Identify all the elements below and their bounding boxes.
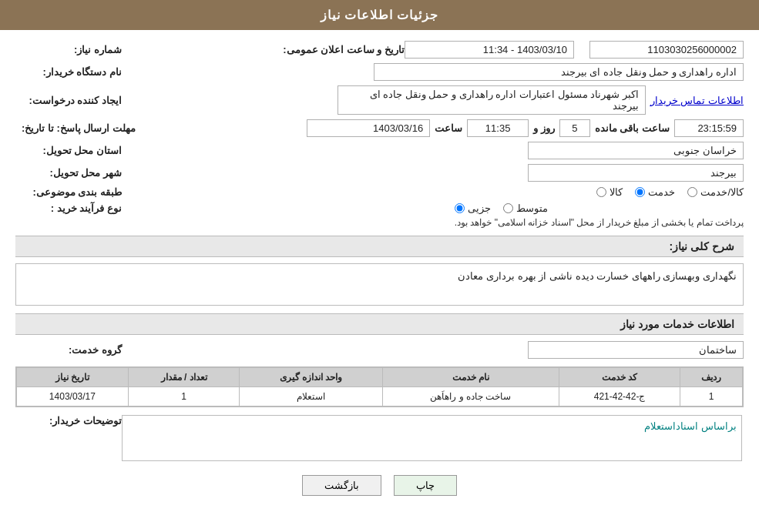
col-unit: واحد اندازه گیری — [240, 368, 382, 387]
buyer-org-row: اداره راهداری و حمل ونقل جاده ای بیرجند … — [15, 63, 744, 81]
category-option-3[interactable]: کالا/خدمت — [687, 186, 744, 198]
category-option-1[interactable]: کالا — [596, 186, 623, 198]
row-unit: استعلام — [240, 387, 382, 407]
need-number-label: شماره نیاز: — [22, 44, 122, 55]
row-num: 1 — [680, 387, 743, 407]
col-name: نام خدمت — [382, 368, 559, 387]
purchase-type-note: پرداخت تمام یا بخشی از مبلغ خریدار از مح… — [455, 217, 744, 228]
deadline-row: 23:15:59 ساعت باقی مانده 5 روز و 11:35 س… — [15, 119, 744, 137]
col-row: ردیف — [680, 368, 743, 387]
response-date: 1403/03/16 — [307, 119, 430, 137]
category-radio-group: کالا/خدمت خدمت کالا — [596, 186, 744, 198]
province-value: خراسان جنوبی — [528, 142, 744, 159]
col-code: کد خدمت — [559, 368, 680, 387]
purchase-type-label-1: جزیی — [468, 202, 491, 214]
page-header: جزئیات اطلاعات نیاز — [0, 0, 759, 30]
service-group-label: گروه خدمت: — [22, 344, 122, 356]
requester-value: اکبر شهرناد مسئول اعتبارات اداره راهداری… — [338, 85, 646, 115]
row-code: ج-42-42-421 — [559, 387, 680, 407]
requester-row: اطلاعات تماس خریدار اکبر شهرناد مسئول اع… — [15, 85, 744, 115]
purchase-type-label: نوع فرآیند خرید : — [22, 202, 122, 214]
buyer-org-value: اداره راهداری و حمل ونقل جاده ای بیرجند — [374, 63, 744, 81]
category-label: طبقه بندی موضوعی: — [22, 186, 122, 198]
services-table-wrapper: ردیف کد خدمت نام خدمت واحد اندازه گیری ت… — [15, 366, 744, 407]
category-radio-3[interactable] — [687, 187, 697, 197]
category-radio-2[interactable] — [635, 187, 645, 197]
services-section-title: اطلاعات خدمات مورد نیاز — [15, 313, 744, 335]
purchase-type-row: متوسط جزیی پرداخت تمام یا بخشی از مبلغ خ… — [15, 202, 744, 228]
category-row: کالا/خدمت خدمت کالا طبقه بندی موضوعی: — [15, 186, 744, 198]
province-row: خراسان جنوبی استان محل تحویل: — [15, 142, 744, 159]
category-label-3: کالا/خدمت — [700, 186, 744, 198]
row-qty: 1 — [128, 387, 240, 407]
time-label: ساعت — [435, 122, 462, 134]
province-label: استان محل تحویل: — [22, 145, 122, 156]
need-number-row: 1103030256000002 1403/03/10 - 11:34 تاری… — [15, 41, 744, 59]
category-label-1: کالا — [610, 186, 623, 198]
buyer-desc-label: توضیحات خریدار: — [22, 415, 122, 427]
remaining-label: ساعت باقی مانده — [595, 122, 670, 134]
need-description-section: شرح کلی نیاز: — [15, 236, 744, 257]
category-label-2: خدمت — [648, 186, 675, 198]
footer-buttons: چاپ بازگشت — [15, 475, 744, 496]
need-number-value: 1103030256000002 — [589, 41, 744, 59]
city-label: شهر محل تحویل: — [22, 167, 122, 179]
response-deadline-label: مهلت ارسال پاسخ: تا تاریخ: — [22, 122, 136, 134]
services-table: ردیف کد خدمت نام خدمت واحد اندازه گیری ت… — [16, 367, 743, 407]
remaining-time: 23:15:59 — [674, 119, 744, 137]
row-name: ساخت جاده و راهاَهن — [382, 387, 559, 407]
requester-label: ایجاد کننده درخواست: — [22, 95, 122, 106]
back-button[interactable]: بازگشت — [302, 475, 381, 496]
category-option-2[interactable]: خدمت — [635, 186, 675, 198]
col-qty: تعداد / مقدار — [128, 368, 240, 387]
time-value: 11:35 — [467, 119, 529, 137]
days-value: 5 — [559, 119, 590, 137]
purchase-type-radio-2[interactable] — [503, 203, 513, 213]
purchase-type-radio-1[interactable] — [455, 203, 465, 213]
service-group-row: ساختمان گروه خدمت: — [15, 341, 744, 359]
service-group-value: ساختمان — [528, 341, 744, 359]
need-description-value: نگهداری وبهسازی راههای خسارت دیده ناشی ا… — [15, 263, 744, 306]
purchase-type-option-1[interactable]: جزیی — [455, 202, 491, 214]
col-date: تاریخ نیاز — [17, 368, 129, 387]
city-value: بیرجند — [528, 164, 744, 182]
category-radio-1[interactable] — [596, 187, 606, 197]
contact-link[interactable]: اطلاعات تماس خریدار — [650, 95, 744, 106]
purchase-type-label-2: متوسط — [516, 202, 548, 214]
table-row: 1 ج-42-42-421 ساخت جاده و راهاَهن استعلا… — [17, 387, 743, 407]
print-button[interactable]: چاپ — [394, 475, 457, 496]
buyer-org-label: نام دستگاه خریدار: — [22, 66, 122, 78]
date-label: تاریخ و ساعت اعلان عمومی: — [274, 44, 405, 55]
row-date: 1403/03/17 — [17, 387, 129, 407]
buyer-desc-row: براساس اسناداستعلام توضیحات خریدار: — [15, 415, 744, 461]
date-value: 1403/03/10 - 11:34 — [405, 41, 574, 59]
city-row: بیرجند شهر محل تحویل: — [15, 164, 744, 182]
day-label: روز و — [533, 122, 555, 134]
buyer-desc-textarea[interactable]: براساس اسناداستعلام — [122, 415, 742, 461]
purchase-type-option-2[interactable]: متوسط — [503, 202, 548, 214]
